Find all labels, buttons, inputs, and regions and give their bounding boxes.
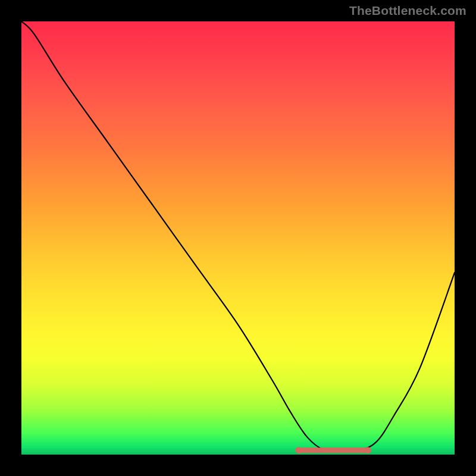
bottleneck-curve-path: [21, 21, 455, 451]
watermark-text: TheBottleneck.com: [349, 4, 466, 18]
plot-bottom-stripes: [21, 408, 455, 455]
plot-area: [21, 21, 455, 455]
chart-stage: TheBottleneck.com: [0, 0, 476, 476]
curve-svg: [21, 21, 455, 455]
flat-segment-dot-right: [365, 447, 371, 453]
flat-segment-dot-left: [295, 447, 302, 453]
